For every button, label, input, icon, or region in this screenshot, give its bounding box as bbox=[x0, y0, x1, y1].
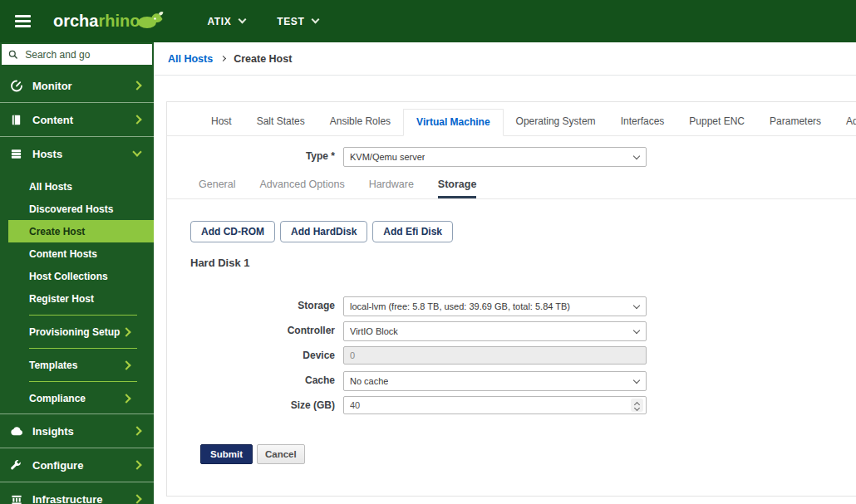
cache-field-label: Cache bbox=[190, 374, 335, 386]
device-field-row: Device bbox=[167, 346, 856, 365]
type-field-row: Type * KVM/Qemu server bbox=[167, 147, 856, 165]
location-menu-label: TEST bbox=[277, 16, 304, 27]
sidebar-item-content-hosts[interactable]: Content Hosts bbox=[0, 242, 154, 265]
sidebar-item-configure[interactable]: Configure bbox=[0, 448, 154, 482]
cloud-icon bbox=[10, 425, 25, 437]
sidebar-item-insights[interactable]: Insights bbox=[0, 414, 154, 448]
sidebar-item-label: Configure bbox=[32, 459, 83, 472]
tab-virtual-machine[interactable]: Virtual Machine bbox=[403, 109, 503, 136]
tab-operating-system[interactable]: Operating System bbox=[504, 109, 608, 135]
number-stepper[interactable] bbox=[631, 399, 643, 412]
sidebar-item-all-hosts[interactable]: All Hosts bbox=[0, 175, 154, 198]
controller-field-label: Controller bbox=[190, 325, 335, 336]
size-field-label: Size (GB) bbox=[190, 399, 335, 411]
sub-item-label: Templates bbox=[29, 360, 77, 371]
hard-disk-section-title: Hard Disk 1 bbox=[167, 257, 856, 269]
tab-additional-information[interactable]: Additional Information bbox=[834, 109, 856, 135]
tab-interfaces[interactable]: Interfaces bbox=[608, 109, 677, 135]
chevron-right-icon bbox=[132, 494, 141, 503]
server-icon bbox=[10, 148, 25, 160]
create-host-panel: Host Salt States Ansible Roles Virtual M… bbox=[166, 101, 856, 497]
size-field[interactable] bbox=[343, 396, 647, 414]
sidebar-item-discovered-hosts[interactable]: Discovered Hosts bbox=[0, 198, 154, 220]
sidebar-item-templates[interactable]: Templates bbox=[0, 354, 154, 376]
logo-text-orcha: orcha bbox=[53, 12, 98, 31]
main-content: All Hosts Create Host Host Salt States A… bbox=[154, 42, 856, 504]
sub-item-label: Register Host bbox=[29, 293, 94, 305]
type-select-value: KVM/Qemu server bbox=[350, 152, 425, 162]
storage-select-value: local-lvm (free: 5.8 TB, used: 39.69 GB,… bbox=[350, 301, 570, 311]
sidebar-item-hosts[interactable]: Hosts bbox=[0, 137, 154, 170]
tab-host[interactable]: Host bbox=[199, 109, 244, 135]
orcharhino-logo[interactable]: orcharhino bbox=[53, 12, 164, 31]
hamburger-menu-icon[interactable] bbox=[15, 15, 31, 27]
chevron-down-icon bbox=[633, 377, 640, 384]
vm-subtabs: General Advanced Options Hardware Storag… bbox=[167, 179, 856, 198]
add-harddisk-button[interactable]: Add HardDisk bbox=[280, 221, 367, 242]
add-efi-disk-button[interactable]: Add Efi Disk bbox=[372, 221, 453, 242]
sidebar-navigation: Monitor Content bbox=[0, 42, 154, 504]
breadcrumb: All Hosts Create Host bbox=[154, 42, 856, 76]
hard-disk-form: Storage local-lvm (free: 5.8 TB, used: 3… bbox=[167, 296, 856, 414]
breadcrumb-current: Create Host bbox=[234, 53, 292, 65]
add-cdrom-button[interactable]: Add CD-ROM bbox=[190, 221, 275, 242]
sidebar-search[interactable] bbox=[2, 44, 152, 65]
chevron-right-icon bbox=[132, 81, 141, 90]
sidebar-item-label: Insights bbox=[32, 425, 74, 438]
book-icon bbox=[10, 114, 25, 126]
sidebar-item-provisioning-setup[interactable]: Provisioning Setup bbox=[0, 321, 154, 343]
host-form-tabs: Host Salt States Ansible Roles Virtual M… bbox=[167, 102, 856, 136]
tab-salt-states[interactable]: Salt States bbox=[244, 109, 317, 135]
size-field-row: Size (GB) bbox=[167, 396, 856, 414]
chevron-down-icon bbox=[633, 153, 640, 159]
subtabs-divider bbox=[167, 198, 856, 199]
location-menu[interactable]: TEST bbox=[277, 16, 318, 27]
tab-puppet-enc[interactable]: Puppet ENC bbox=[676, 109, 757, 135]
sidebar-item-host-collections[interactable]: Host Collections bbox=[0, 265, 154, 287]
cache-select-value: No cache bbox=[350, 376, 388, 386]
chevron-down-icon bbox=[239, 16, 247, 24]
organization-menu[interactable]: ATIX bbox=[207, 16, 245, 27]
subtab-hardware[interactable]: Hardware bbox=[369, 179, 414, 198]
sub-item-label: Create Host bbox=[29, 226, 85, 237]
subtab-storage[interactable]: Storage bbox=[438, 179, 477, 198]
controller-select[interactable]: VirtIO Block bbox=[343, 321, 647, 341]
search-input[interactable] bbox=[23, 48, 145, 61]
tab-ansible-roles[interactable]: Ansible Roles bbox=[317, 109, 403, 135]
storage-select[interactable]: local-lvm (free: 5.8 TB, used: 39.69 GB,… bbox=[343, 296, 647, 316]
sub-item-label: Content Hosts bbox=[29, 248, 97, 260]
top-navigation-bar: orcharhino ATIX TEST bbox=[0, 0, 856, 42]
sub-item-label: Host Collections bbox=[29, 271, 108, 282]
type-select[interactable]: KVM/Qemu server bbox=[343, 147, 647, 167]
breadcrumb-all-hosts-link[interactable]: All Hosts bbox=[168, 53, 213, 65]
search-icon bbox=[8, 49, 17, 60]
gauge-icon bbox=[10, 79, 25, 92]
subtab-advanced-options[interactable]: Advanced Options bbox=[259, 179, 344, 198]
sidebar-item-create-host[interactable]: Create Host bbox=[8, 220, 154, 242]
sidebar-item-infrastructure[interactable]: Infrastructure bbox=[0, 482, 154, 504]
sidebar-item-register-host[interactable]: Register Host bbox=[0, 287, 154, 310]
sidebar-item-monitor[interactable]: Monitor bbox=[0, 69, 154, 103]
controller-field-row: Controller VirtIO Block bbox=[167, 321, 856, 340]
submit-button[interactable]: Submit bbox=[200, 444, 253, 464]
storage-field-label: Storage bbox=[190, 300, 335, 311]
chevron-down-icon bbox=[633, 327, 640, 334]
sidebar-item-label: Hosts bbox=[32, 148, 62, 160]
type-field-label: Type * bbox=[199, 150, 335, 162]
tab-parameters[interactable]: Parameters bbox=[757, 109, 834, 135]
chevron-down-icon bbox=[132, 147, 141, 156]
hosts-submenu: All Hosts Discovered Hosts Create Host C… bbox=[0, 170, 154, 414]
chevron-right-icon bbox=[132, 426, 141, 435]
orcharhino-app: orcharhino ATIX TEST bbox=[0, 0, 856, 504]
sub-item-label: Discovered Hosts bbox=[29, 203, 113, 215]
cache-select[interactable]: No cache bbox=[343, 371, 647, 391]
subtab-general[interactable]: General bbox=[199, 179, 235, 198]
sidebar-item-content[interactable]: Content bbox=[0, 103, 154, 137]
chevron-right-icon bbox=[121, 360, 130, 369]
sub-item-label: All Hosts bbox=[29, 181, 72, 193]
infrastructure-icon bbox=[10, 493, 25, 504]
device-field bbox=[343, 346, 647, 365]
cancel-button[interactable]: Cancel bbox=[257, 444, 305, 464]
cache-field-row: Cache No cache bbox=[167, 371, 856, 389]
sidebar-item-compliance[interactable]: Compliance bbox=[0, 387, 154, 409]
